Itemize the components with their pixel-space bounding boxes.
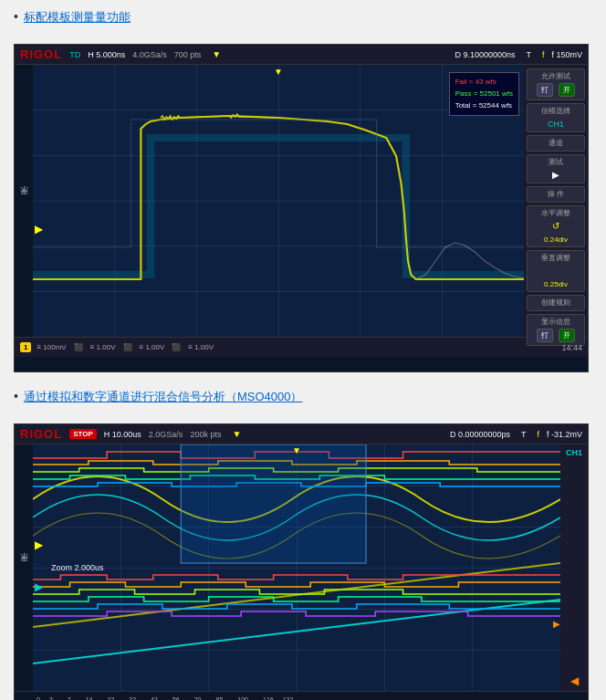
sidebar-channel: 通道 [527,135,585,151]
ch2-info: ≡ 1.00V [90,343,116,351]
scope2-trigger-top: ▼ [232,429,241,439]
bullet2: • [14,389,18,404]
ruler-0: 0 [37,696,40,700]
ruler-132: 132 [283,696,294,700]
scope1-mode: TD [69,50,80,59]
scope1-samplerate: 4.0GSa/s [132,50,167,59]
section1-link[interactable]: 标配模板测量量功能 [24,9,131,26]
scope1-trigger-top: ▼ [212,49,221,59]
ch1-info: ≡ 100mV [37,343,66,351]
scope1-bottom: 1 ≡ 100mV ⬛ ≡ 1.00V ⬛ ≡ 1.00V ⬛ ≡ 1.00V … [15,337,588,357]
svg-text:▶: ▶ [553,619,560,629]
scope1-divider3: ⬛ [172,343,181,351]
scope2-plot: ▼ ▶ ▶ ▶ Zoom 2.000us [33,444,560,691]
sidebar-allow-test: 允许测试 打 开 [527,68,585,100]
sidebar-channel-select: 信模选择 CH1 [527,103,585,132]
ruler-70: 70 [194,696,202,700]
bullet1: • [14,9,18,25]
scope1-divider1: ⬛ [74,343,83,351]
ch1-badge: 1 [20,342,31,352]
section1-item: • 标配模板测量量功能 [14,9,592,33]
scope2-waveform: ▼ ▶ [33,444,560,691]
rigol-logo1: RIGOL [20,47,62,61]
ruler-116: 116 [263,696,274,700]
scope1-main: 水平 ▼ ▶ [15,65,588,337]
svg-rect-0 [181,444,366,563]
scope1-voltage: f 150mV [551,50,582,59]
ruler-14: 14 [86,696,93,700]
ruler-85: 85 [216,696,224,700]
ruler-3: 3 [49,696,53,700]
scope1-timebase: H 5.000ns [88,50,125,59]
scope2-mode: STOP [69,429,97,439]
scope2-ch1-label: CH1 [566,448,582,457]
scope2-voltage: f -31.2mV [547,430,582,439]
scope2-samplerate: 2.0GSa/s [149,430,183,439]
sidebar-v-adjust: 垂直调整 0.25div [527,250,585,292]
scope1-timeval: D 9.10000000ns [454,50,515,59]
scope1-extra: 700 pts [174,50,202,59]
ch4-info: ≡ 1.00V [188,343,214,351]
sidebar-h-adjust: 水平调整 ↺ 0.24div [527,205,585,247]
ruler-7: 7 [68,696,71,700]
ruler-22: 22 [108,696,115,700]
scope1-time: 14:44 [561,343,582,352]
ruler-56: 56 [172,696,180,700]
scope2-ylabel: 水平 [15,444,33,691]
scope1-t: T [526,50,531,59]
scope2-header: RIGOL STOP H 10.00us 2.0GSa/s 200k pts ▼… [15,424,588,444]
scope1-divider2: ⬛ [123,343,132,351]
scope2-main: 水平 [15,444,588,691]
scope2-timebase: H 10.00us [104,430,141,439]
scope2-extra: 200k pts [190,430,221,439]
rigol-logo2: RIGOL [20,427,62,441]
scope2-ruler: 0 3 7 14 22 32 43 56 70 85 100 116 132 [15,691,588,700]
section2-item: • 通过模拟和数字通道进行混合信号分析（MSO4000） [14,389,592,413]
sidebar-operate: 操 作 [527,186,585,203]
scope2-orange-arrow: ◀ [570,674,579,687]
scope1-header: RIGOL TD H 5.000ns 4.0GSa/s 700 pts ▼ D … [15,45,588,65]
scope2-ch2-arrow: ▶ [35,580,43,593]
scope2-timeval: D 0.00000000ps [450,430,510,439]
ruler-43: 43 [151,696,158,700]
scope1-plot: ▼ ▶ Fail = 43 wfs Pass = 52501 wfs T [33,65,524,337]
scope2-trigger-icon: f [537,430,539,439]
sidebar-test: 测试 ▶ [527,154,585,183]
scope1-trigger-icon: f [542,50,545,59]
scope1-container: RIGOL TD H 5.000ns 4.0GSa/s 700 pts ▼ D … [14,44,589,372]
scope2-t: T [521,430,527,439]
info-pass: Pass = 52501 wfs [455,89,513,100]
scope2-sidebar: CH1 ◀ [560,444,588,691]
info-fail: Fail = 43 wfs [455,77,513,89]
scope1-info-box: Fail = 43 wfs Pass = 52501 wfs Total = 5… [449,72,519,116]
sidebar-show-info: 显示信息 打 开 [527,314,585,346]
ch3-info: ≡ 1.00V [140,343,165,351]
svg-text:▼: ▼ [292,445,301,455]
scope2-container: RIGOL STOP H 10.00us 2.0GSa/s 200k pts ▼… [14,423,589,700]
ruler-32: 32 [129,696,136,700]
sidebar-create-rule: 创建规则 [527,295,585,311]
scope2-zoom-label: Zoom 2.000us [51,563,104,572]
section2-link[interactable]: 通过模拟和数字通道进行混合信号分析（MSO4000） [24,389,303,405]
scope1-sidebar: 允许测试 打 开 信模选择 CH1 通道 测试 ▶ 操 作 水平调整 ↺ [524,65,588,337]
scope2-ch1-arrow: ▶ [35,538,43,551]
ruler-100: 100 [237,696,248,700]
scope1-ylabel: 水平 [15,65,33,337]
info-total: Total = 52544 wfs [455,100,513,112]
